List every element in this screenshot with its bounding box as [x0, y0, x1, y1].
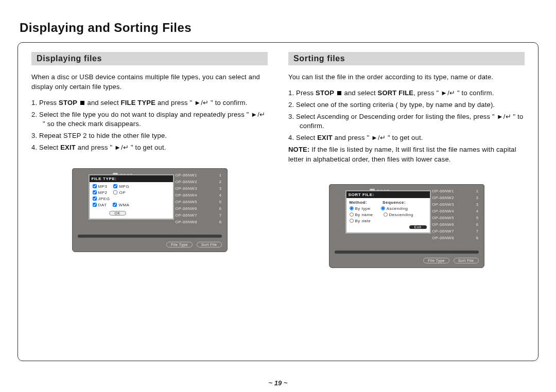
- right-column: Sorting files You can list the file in t…: [288, 52, 525, 268]
- exit-button[interactable]: Exit: [409, 225, 427, 229]
- foot-file-type[interactable]: File Type: [166, 242, 193, 247]
- sort-file-panel: SORT FILE: Method:Sequence: By typeAscen…: [346, 191, 430, 233]
- content-frame: Displaying files When a disc or USB devi…: [18, 42, 538, 361]
- stop-icon: [337, 91, 341, 95]
- radio-descending[interactable]: [384, 212, 388, 217]
- scrollbar[interactable]: [78, 235, 222, 238]
- radio-ascending[interactable]: [381, 206, 385, 210]
- ok-button[interactable]: OK: [109, 211, 126, 216]
- chk-jpeg[interactable]: [93, 197, 97, 201]
- radio-by-date[interactable]: [350, 219, 354, 223]
- foot-sort-file[interactable]: Sort File: [197, 242, 222, 247]
- chk-dat[interactable]: [93, 203, 97, 207]
- stop-icon: [80, 101, 84, 105]
- heading-sorting-files: Sorting files: [288, 52, 525, 65]
- page-number: ~ 19 ~: [0, 379, 556, 387]
- intro-right: You can list the file in the order accor…: [288, 73, 525, 82]
- heading-displaying-files: Displaying files: [31, 52, 268, 65]
- chk-op[interactable]: [113, 190, 117, 194]
- page-title: Displaying and Sorting Files: [20, 21, 538, 35]
- steps-right: 1. Press STOP and select SORT FILE, pres…: [288, 88, 525, 143]
- note: NOTE: If the file is listed by name, It …: [288, 145, 525, 165]
- steps-left: 1. Press STOP and select FILE TYPE and p…: [31, 98, 268, 153]
- chk-mp3[interactable]: [93, 184, 97, 188]
- osd-screenshot-left: ROOTOP-06NW11 OP-06NW22 OP-06NW33 OP-06N…: [72, 168, 228, 252]
- file-type-panel: FILE TYPE: MP3MPG MP2OP JPEG DATWMA OK: [89, 175, 173, 219]
- foot-file-type[interactable]: File Type: [423, 258, 449, 263]
- radio-by-type[interactable]: [350, 206, 354, 210]
- chk-mpg[interactable]: [113, 184, 117, 188]
- left-column: Displaying files When a disc or USB devi…: [31, 52, 268, 268]
- chk-wma[interactable]: [113, 203, 117, 207]
- chk-mp2[interactable]: [93, 190, 97, 194]
- scrollbar[interactable]: [335, 251, 479, 254]
- osd-screenshot-right: ROOTOP-06NW11 OP-06NW22 OP-06NW33 OP-06N…: [329, 184, 484, 268]
- radio-by-name[interactable]: [350, 212, 354, 217]
- foot-sort-file[interactable]: Sort File: [454, 258, 479, 263]
- intro-left: When a disc or USB device contains multi…: [31, 73, 268, 92]
